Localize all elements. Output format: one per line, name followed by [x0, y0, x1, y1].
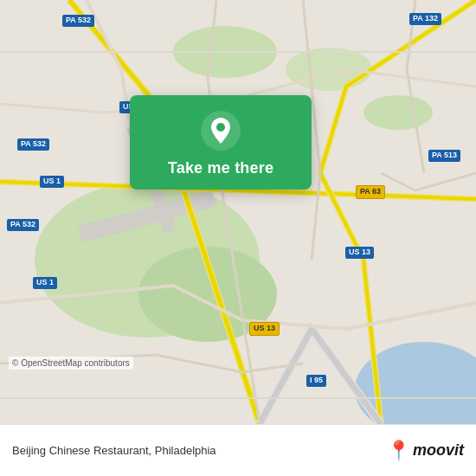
road-badge-pa532-bottom: PA 532	[7, 215, 39, 231]
road-badge-pa513: PA 513	[428, 145, 460, 162]
moovit-brand-text: moovit	[413, 441, 464, 460]
road-badge-us13-right: US 13	[345, 242, 374, 259]
road-badge-i95: I 95	[306, 370, 326, 387]
location-label: Beijing Chinese Restaurant, Philadelphia	[12, 444, 387, 457]
take-me-there-label: Take me there	[168, 159, 273, 177]
svg-point-8	[286, 48, 372, 91]
road-badge-us1-bottom: US 1	[33, 273, 57, 289]
road-badge-us13-bottom: US 13	[249, 318, 280, 336]
osm-credit-text: © OpenStreetMap contributors	[12, 358, 130, 368]
svg-point-9	[363, 95, 433, 130]
bottom-bar: Beijing Chinese Restaurant, Philadelphia…	[0, 424, 476, 476]
road-badge-pa132: PA 132	[409, 9, 441, 25]
road-badge-pa532-left: PA 532	[17, 134, 49, 151]
moovit-logo: 📍 moovit	[387, 440, 464, 462]
road-badge-pa532-top: PA 532	[62, 10, 94, 27]
road-badge-pa63: PA 63	[356, 182, 385, 199]
road-badge-us1-left: US 1	[40, 171, 64, 188]
take-me-there-card[interactable]: Take me there	[130, 95, 312, 190]
location-pin-icon	[201, 111, 241, 151]
moovit-pin-icon: 📍	[387, 440, 410, 462]
osm-attribution: © OpenStreetMap contributors	[9, 357, 133, 370]
map-container: PA 132 PA 532 US 1 PA 532 US 1 PA 532 US…	[0, 0, 476, 424]
svg-point-11	[216, 123, 225, 132]
